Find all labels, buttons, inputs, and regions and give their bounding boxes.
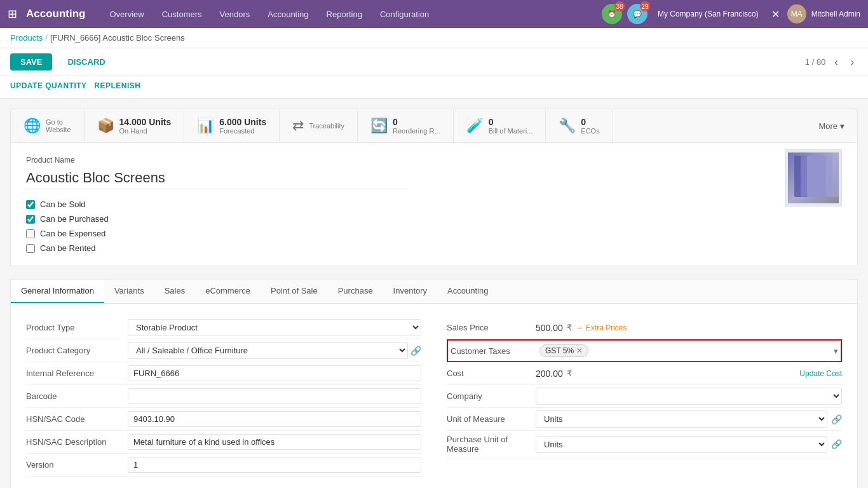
barcode-row: Barcode	[26, 385, 421, 408]
onhand-num: 14.000 Units	[119, 117, 172, 127]
can-be-purchased-checkbox[interactable]	[26, 215, 35, 224]
purchase-uom-value: Units 🔗	[536, 436, 842, 453]
traceability-icon: ⇄	[292, 118, 304, 134]
update-quantity-button[interactable]: UPDATE QUANTITY	[10, 79, 92, 93]
hsn-desc-input[interactable]	[128, 434, 421, 450]
currency-symbol: ₹	[567, 323, 572, 332]
more-button[interactable]: More ▾	[806, 114, 857, 139]
product-type-select[interactable]: Storable Product Consumable Service	[128, 319, 421, 336]
tab-sales[interactable]: Sales	[154, 280, 196, 303]
topnav-right: ⏰ 38 💬 29 My Company (San Francisco) ✕ M…	[602, 4, 860, 24]
purchase-uom-label: Purchase Unit of Measure	[447, 431, 536, 458]
forecasted-label: Forecasted	[219, 127, 266, 135]
bom-icon: 🧪	[466, 118, 484, 134]
internal-reference-label: Internal Reference	[26, 365, 128, 382]
grid-icon[interactable]: ⊞	[8, 7, 17, 21]
tab-point-of-sale[interactable]: Point of Sale	[261, 280, 328, 303]
barcode-input[interactable]	[128, 388, 421, 404]
product-category-ext-link-icon[interactable]: 🔗	[410, 346, 421, 356]
can-be-rented-label: Can be Rented	[40, 243, 95, 253]
save-button[interactable]: SAVE	[10, 53, 52, 71]
can-be-expensed-checkbox[interactable]	[26, 229, 35, 238]
product-category-label: Product Category	[26, 342, 128, 359]
can-be-rented-checkbox[interactable]	[26, 244, 35, 253]
can-be-purchased-row[interactable]: Can be Purchased	[26, 214, 775, 224]
can-be-sold-row[interactable]: Can be Sold	[26, 200, 775, 209]
goto-website-button[interactable]: 🌐 Go toWebsite	[11, 110, 85, 142]
product-category-select[interactable]: All / Saleable / Office Furniture	[128, 342, 408, 359]
product-checkboxes: Can be Sold Can be Purchased Can be Expe…	[26, 200, 775, 253]
uom-label: Unit of Measure	[447, 410, 536, 428]
version-input[interactable]	[128, 457, 421, 473]
user-menu[interactable]: Mitchell Admin	[811, 10, 860, 18]
customer-taxes-value: GST 5% ✕ ▾	[539, 344, 838, 357]
tab-ecommerce[interactable]: eCommerce	[195, 280, 261, 303]
replenish-button[interactable]: REPLENISH	[94, 79, 146, 93]
can-be-sold-checkbox[interactable]	[26, 200, 35, 209]
hsn-code-input[interactable]	[128, 411, 421, 427]
company-selector[interactable]: My Company (San Francisco)	[658, 10, 759, 18]
uom-ext-link-icon[interactable]: 🔗	[831, 414, 842, 424]
nav-configuration[interactable]: Configuration	[371, 0, 438, 28]
activities-badge[interactable]: ⏰ 38	[602, 4, 622, 24]
tab-inventory[interactable]: Inventory	[383, 280, 437, 303]
gst-tax-label: GST 5%	[545, 346, 574, 355]
cost-amount: 200.00	[536, 369, 563, 379]
breadcrumb-parent[interactable]: Products	[10, 33, 43, 43]
nav-vendors[interactable]: Vendors	[211, 0, 259, 28]
purchase-uom-ext-link-icon[interactable]: 🔗	[831, 439, 842, 449]
form-left-column: Product Type Storable Product Consumable…	[26, 316, 421, 477]
sales-price-row: Sales Price 500.00 ₹ → Extra Prices	[447, 316, 842, 339]
avatar: MA	[787, 4, 806, 24]
product-type-row: Product Type Storable Product Consumable…	[26, 316, 421, 339]
can-be-rented-row[interactable]: Can be Rented	[26, 243, 775, 253]
nav-customers[interactable]: Customers	[153, 0, 211, 28]
purchase-uom-select[interactable]: Units	[536, 436, 827, 453]
product-name-input[interactable]	[26, 167, 407, 189]
next-record-button[interactable]: ›	[847, 55, 858, 69]
extra-prices-link[interactable]: → Extra Prices	[576, 323, 627, 332]
company-select[interactable]	[536, 388, 842, 405]
update-cost-link[interactable]: Update Cost	[799, 369, 842, 378]
form-grid: Product Type Storable Product Consumable…	[26, 316, 842, 477]
product-image[interactable]	[785, 149, 842, 207]
cost-currency-symbol: ₹	[567, 369, 572, 378]
reordering-button[interactable]: 🔄 0 Reordering R...	[358, 109, 454, 142]
product-type-label: Product Type	[26, 319, 128, 336]
close-icon[interactable]: ✕	[771, 8, 780, 20]
discard-button[interactable]: DISCARD	[57, 53, 115, 71]
traceability-button[interactable]: ⇄ Traceability	[280, 110, 358, 142]
goto-website-label: Go toWebsite	[46, 118, 71, 133]
customer-taxes-dropdown-icon[interactable]: ▾	[834, 346, 838, 356]
sales-price-amount: 500.00	[536, 323, 563, 333]
prev-record-button[interactable]: ‹	[831, 55, 841, 69]
globe-icon: 🌐	[24, 118, 41, 134]
onhand-icon: 📦	[97, 118, 114, 134]
nav-reporting[interactable]: Reporting	[318, 0, 371, 28]
nav-overview[interactable]: Overview	[101, 0, 153, 28]
gst-tax-remove-icon[interactable]: ✕	[576, 346, 583, 355]
bom-button[interactable]: 🧪 0 Bill of Materi...	[454, 109, 546, 142]
product-name-section: Product Name	[26, 156, 842, 189]
tab-variants[interactable]: Variants	[104, 280, 154, 303]
on-hand-button[interactable]: 📦 14.000 Units On Hand	[85, 109, 185, 142]
nav-accounting[interactable]: Accounting	[259, 0, 317, 28]
cost-value-row: 200.00 ₹ Update Cost	[536, 369, 842, 379]
breadcrumb: Products / [FURN_6666] Acoustic Bloc Scr…	[0, 28, 868, 48]
version-label: Version	[26, 456, 128, 473]
tab-purchase[interactable]: Purchase	[328, 280, 383, 303]
product-name-label: Product Name	[26, 156, 842, 165]
uom-select[interactable]: Units	[536, 410, 827, 428]
purchase-uom-row: Purchase Unit of Measure Units 🔗	[447, 431, 842, 458]
internal-reference-input[interactable]	[128, 365, 421, 381]
ecos-button[interactable]: 🔧 0 ECOs	[546, 109, 613, 142]
gst-tax-tag: GST 5% ✕	[539, 344, 588, 357]
can-be-expensed-row[interactable]: Can be Expensed	[26, 229, 775, 238]
forecasted-num: 6.000 Units	[219, 117, 266, 127]
messages-badge[interactable]: 💬 29	[627, 4, 648, 24]
form-right-column: Sales Price 500.00 ₹ → Extra Prices Cust…	[447, 316, 842, 477]
tab-accounting[interactable]: Accounting	[437, 280, 498, 303]
can-be-expensed-label: Can be Expensed	[40, 229, 105, 238]
tab-general-information[interactable]: General Information	[11, 280, 104, 303]
forecasted-button[interactable]: 📊 6.000 Units Forecasted	[184, 109, 280, 142]
